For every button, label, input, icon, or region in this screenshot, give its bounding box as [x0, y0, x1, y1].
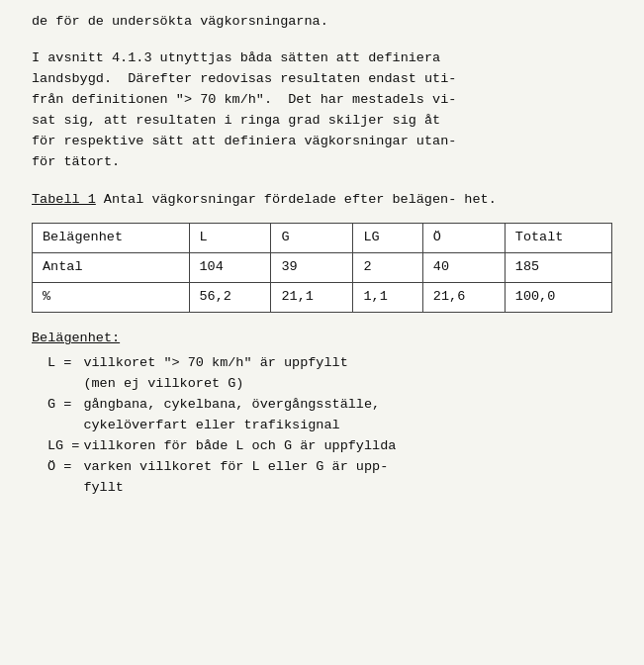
- legend-item: G =gångbana, cykelbana, övergångsställe,…: [32, 395, 396, 436]
- col-header-totalt: Totalt: [505, 224, 611, 253]
- legend-value: varken villkoret för L eller G är upp- f…: [83, 457, 396, 499]
- table-cell: 40: [422, 253, 505, 283]
- table-cell: 39: [271, 253, 353, 283]
- legend-key: L =: [32, 353, 83, 395]
- table-cell: 100,0: [505, 283, 611, 313]
- table-cell: 21,6: [422, 283, 505, 313]
- legend-title: Belägenhet:: [32, 331, 120, 345]
- legend-item: Ö =varken villkoret för L eller G är upp…: [32, 457, 396, 499]
- table-cell: 56,2: [189, 283, 271, 313]
- table-caption: Tabell 1 Antal vägkorsningar fördelade e…: [32, 190, 612, 211]
- table-caption-text: Antal vägkorsningar fördelade efter belä…: [104, 190, 612, 211]
- intro-paragraph-2: I avsnitt 4.1.3 utnyttjas båda sätten at…: [32, 48, 612, 173]
- table-cell: 185: [505, 253, 611, 283]
- table-cell: 21,1: [271, 283, 353, 313]
- table-section: Tabell 1 Antal vägkorsningar fördelade e…: [32, 190, 612, 313]
- intro-paragraph-1: de för de undersökta vägkorsningarna.: [32, 12, 612, 33]
- table-cell: 104: [189, 253, 271, 283]
- col-header-g: G: [271, 224, 353, 253]
- table-cell: Antal: [33, 253, 190, 283]
- legend-value: villkoren för både L och G är uppfyllda: [83, 436, 396, 457]
- legend-section: Belägenhet: L =villkoret "> 70 km/h" är …: [32, 329, 612, 498]
- legend-item: LG =villkoren för både L och G är uppfyl…: [32, 436, 396, 457]
- col-header-belagenhet: Belägenhet: [33, 224, 190, 253]
- legend-item: L =villkoret "> 70 km/h" är uppfyllt (me…: [32, 353, 396, 395]
- table-cell: 1,1: [353, 283, 422, 313]
- legend-key: G =: [32, 395, 83, 436]
- table-cell: %: [33, 283, 190, 313]
- col-header-o: Ö: [422, 224, 505, 253]
- table-cell: 2: [353, 253, 422, 283]
- col-header-lg: LG: [353, 224, 422, 253]
- legend-key: LG =: [32, 436, 83, 457]
- legend-value: villkoret "> 70 km/h" är uppfyllt (men e…: [83, 353, 396, 395]
- col-header-l: L: [189, 224, 271, 253]
- table-header-row: Belägenhet L G LG Ö Totalt: [33, 224, 612, 253]
- table-row: %56,221,11,121,6100,0: [33, 283, 612, 313]
- legend-key: Ö =: [32, 457, 83, 499]
- table-row: Antal10439240185: [33, 253, 612, 283]
- page-content: de för de undersökta vägkorsningarna. I …: [32, 12, 612, 499]
- data-table: Belägenhet L G LG Ö Totalt Antal10439240…: [32, 223, 612, 313]
- table-caption-label: Tabell 1: [32, 190, 96, 211]
- legend-rows: L =villkoret "> 70 km/h" är uppfyllt (me…: [32, 353, 396, 498]
- legend-value: gångbana, cykelbana, övergångsställe, cy…: [83, 395, 396, 436]
